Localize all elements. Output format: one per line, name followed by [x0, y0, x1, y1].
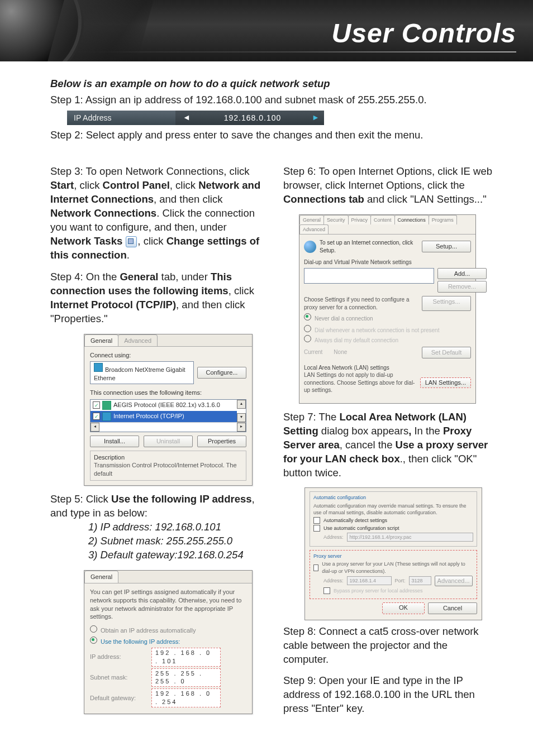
step4: Step 4: On the General tab, under This c… — [50, 270, 261, 326]
s3-cpanel: Control Panel — [103, 179, 170, 191]
ip-address-bar: IP Address ◄ 192.168.0.100 ► — [67, 111, 324, 125]
s3-netconn: Network Connections — [50, 207, 156, 219]
dialup-label: Dial-up and Virtual Private Network sett… — [304, 259, 471, 266]
ok-button[interactable]: OK — [382, 602, 425, 614]
io-tab-advanced[interactable]: Advanced — [299, 224, 329, 234]
right-arrow-icon[interactable]: ► — [307, 111, 324, 125]
chk-bypass[interactable] — [323, 587, 330, 594]
desc-text: Transmission Control Protocol/Internet P… — [94, 461, 242, 478]
lan-settings-dialog: Automatic configuration Automatic config… — [304, 487, 482, 620]
properties-button[interactable]: Properties — [197, 436, 246, 447]
io-tab-connections[interactable]: Connections — [394, 215, 429, 224]
nic-icon — [94, 363, 103, 372]
step7: Step 7: The Local Area Network (LAN) Set… — [283, 410, 494, 480]
step8: Step 8: Connect a cat5 cross-over networ… — [283, 625, 494, 667]
step5-l1: 1) IP address: 192.168.0.101 — [88, 520, 261, 534]
proxy-title: Proxy server — [313, 553, 473, 559]
header-underline — [67, 51, 516, 52]
gateway-input[interactable]: 192 . 168 . 0 . 254 — [151, 688, 221, 707]
s3-nettasks: Network Tasks — [50, 235, 122, 247]
desc-label: Description — [94, 453, 242, 462]
checkbox-icon[interactable]: ✓ — [93, 401, 100, 409]
left-column: Step 3: To open Network Connections, cli… — [50, 165, 261, 724]
chk-use-proxy[interactable] — [313, 564, 318, 571]
adapter-field[interactable]: Broadcom NetXtreme Gigabit Etherne — [90, 361, 194, 384]
scroll-down-icon[interactable]: ▾ — [237, 413, 246, 422]
content: Below is an example on how to do a quick… — [0, 61, 533, 740]
ip-bar-label: IP Address — [67, 111, 175, 126]
internet-options-dialog: General Security Privacy Content Connect… — [299, 214, 476, 404]
radio-auto[interactable] — [90, 625, 97, 633]
radio-dial-when[interactable] — [304, 325, 311, 332]
checkbox-icon[interactable]: ✓ — [93, 413, 100, 420]
protocol-list[interactable]: ✓AEGIS Protocol (IEEE 802.1x) v3.1.6.0 ✓… — [90, 399, 246, 432]
cancel-button[interactable]: Cancel — [428, 602, 477, 614]
s3-start: Start — [50, 179, 74, 191]
configure-button[interactable]: Configure... — [197, 367, 246, 379]
radio-always-dial[interactable] — [304, 335, 311, 342]
advanced-button[interactable]: Advanced... — [435, 576, 473, 586]
step1-text: Step 1: Assign an ip address of 192.168.… — [50, 93, 494, 107]
header-title: User Controls — [332, 18, 516, 49]
io-tab-content[interactable]: Content — [370, 215, 395, 224]
intro-heading: Below is an example on how to do a quick… — [50, 77, 494, 91]
tcpip-properties-dialog: General You can get IP settings assigned… — [84, 570, 253, 714]
step3-lead: Step 3: To open Network Connections, cli… — [50, 165, 250, 177]
add-button[interactable]: Add... — [437, 268, 487, 280]
install-button[interactable]: Install... — [90, 436, 139, 447]
step6: Step 6: To open Internet Options, click … — [283, 165, 494, 207]
lan-label: Local Area Network (LAN) settings — [304, 364, 471, 372]
dialup-list[interactable] — [304, 268, 434, 284]
left-arrow-icon[interactable]: ◄ — [175, 111, 198, 125]
connect-using-label: Connect using: — [90, 351, 246, 360]
tcpip-blurb: You can get IP settings assigned automat… — [90, 588, 246, 621]
chk-auto-detect[interactable] — [313, 517, 320, 524]
scroll-right-icon[interactable]: ▸ — [237, 423, 246, 432]
step4-lead: Step 4: On the — [50, 271, 120, 283]
step5: Step 5: Click Use the following IP addre… — [50, 492, 261, 562]
uninstall-button[interactable]: Uninstall — [144, 436, 193, 447]
step2-text: Step 2: Select apply and press enter to … — [50, 128, 494, 142]
script-address-input[interactable]: http://192.168.1.4/proxy.pac — [347, 533, 473, 542]
setup-button[interactable]: Setup... — [422, 241, 471, 252]
step9: Step 9: Open your IE and type in the IP … — [283, 674, 494, 716]
lan-settings-button[interactable]: LAN Settings... — [420, 377, 471, 388]
set-default-button[interactable]: Set Default — [422, 347, 471, 358]
scroll-up-icon[interactable]: ▴ — [237, 400, 246, 409]
io-tab-programs[interactable]: Programs — [429, 215, 457, 224]
io-tab-privacy[interactable]: Privacy — [348, 215, 372, 224]
ip-input[interactable]: 192 . 168 . 0 . 101 — [151, 648, 221, 667]
tab-general2[interactable]: General — [84, 571, 118, 583]
radio-never-dial[interactable] — [304, 313, 311, 320]
tab-advanced[interactable]: Advanced — [118, 334, 158, 347]
page-header: User Controls — [0, 0, 533, 61]
right-column: Step 6: To open Internet Options, click … — [283, 165, 494, 724]
network-task-icon — [126, 236, 137, 247]
remove-button[interactable]: Remove... — [437, 281, 487, 293]
globe-icon — [304, 241, 316, 253]
step5-l2: 2) Subnet mask: 255.255.255.0 — [88, 534, 261, 548]
mask-input[interactable]: 255 . 255 . 255 . 0 — [151, 668, 221, 687]
proxy-address-input[interactable]: 192.168.1.4 — [347, 576, 392, 585]
tab-general[interactable]: General — [84, 334, 118, 347]
io-tab-security[interactable]: Security — [323, 215, 349, 224]
chk-auto-script[interactable] — [313, 525, 320, 532]
scroll-left-icon[interactable]: ◂ — [91, 423, 99, 432]
protocol-icon — [102, 412, 111, 421]
uses-label: This connection uses the following items… — [90, 389, 246, 397]
proxy-port-input[interactable]: 3128 — [409, 576, 431, 585]
io-tab-general[interactable]: General — [299, 215, 324, 224]
protocol-icon — [102, 401, 111, 410]
radio-manual[interactable] — [90, 637, 97, 644]
auto-config-title: Automatic configuration — [313, 494, 473, 501]
settings-button[interactable]: Settings... — [422, 296, 471, 311]
step5-l3: 3) Default gateway:192.168.0.254 — [88, 548, 261, 562]
step3: Step 3: To open Network Connections, cli… — [50, 165, 261, 262]
connection-properties-dialog: General Advanced Connect using: Broadcom… — [84, 334, 253, 486]
ip-bar-value: 192.168.0.100 — [198, 111, 307, 125]
